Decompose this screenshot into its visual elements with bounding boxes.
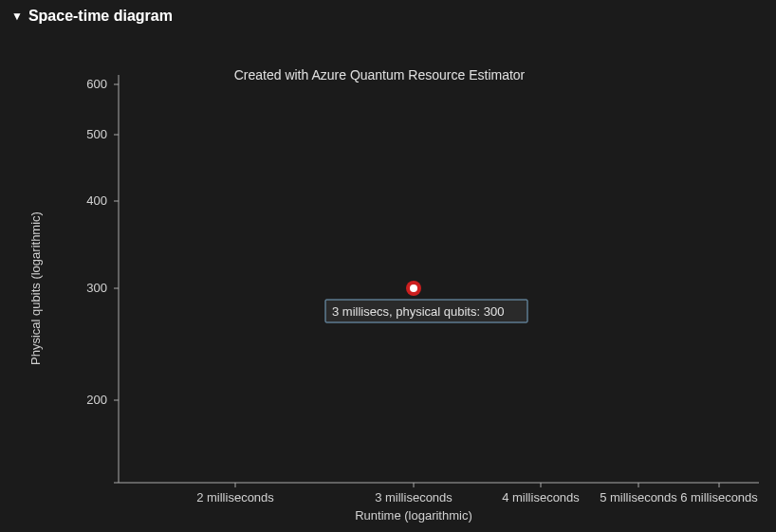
space-time-chart[interactable]: Created with Azure Quantum Resource Esti…	[0, 32, 776, 525]
x-tick-label: 4 milliseconds	[502, 490, 580, 504]
x-tick-label: 2 milliseconds	[196, 490, 274, 504]
y-tick-label: 400	[86, 193, 107, 208]
chart-title: Created with Azure Quantum Resource Esti…	[234, 67, 526, 83]
y-ticks: 200 300 400 500 600	[86, 77, 119, 483]
y-tick-label: 600	[86, 77, 107, 91]
tooltip-text: 3 millisecs, physical qubits: 300	[332, 304, 504, 319]
chevron-down-icon: ▼	[11, 9, 23, 23]
tooltip: 3 millisecs, physical qubits: 300	[325, 300, 527, 322]
x-ticks: 2 milliseconds 3 milliseconds 4 millisec…	[196, 483, 758, 504]
x-tick-label: 6 milliseconds	[680, 490, 758, 504]
x-tick-label: 3 milliseconds	[375, 490, 453, 504]
data-point[interactable]	[406, 281, 421, 296]
panel-header[interactable]: ▼ Space-time diagram	[0, 0, 776, 32]
panel-title: Space-time diagram	[28, 8, 173, 25]
x-tick-label: 5 milliseconds	[600, 490, 677, 504]
y-tick-label: 500	[86, 127, 107, 141]
chart-svg: Created with Azure Quantum Resource Esti…	[0, 32, 776, 532]
y-tick-label: 200	[86, 393, 107, 407]
svg-point-12	[410, 284, 417, 292]
y-axis-title: Physical qubits (logarithmic)	[28, 211, 43, 365]
y-tick-label: 300	[86, 281, 107, 295]
x-axis-title: Runtime (logarithmic)	[355, 508, 472, 523]
